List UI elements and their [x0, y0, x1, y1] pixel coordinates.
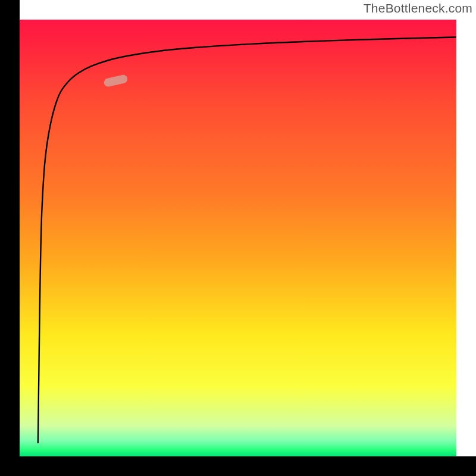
bottleneck-chart: [0, 0, 476, 476]
chart-container: TheBottleneck.com: [0, 0, 476, 476]
plot-background: [20, 20, 456, 456]
branding-label: TheBottleneck.com: [364, 1, 472, 15]
axis-left: [0, 0, 20, 476]
axis-bottom: [0, 456, 476, 476]
